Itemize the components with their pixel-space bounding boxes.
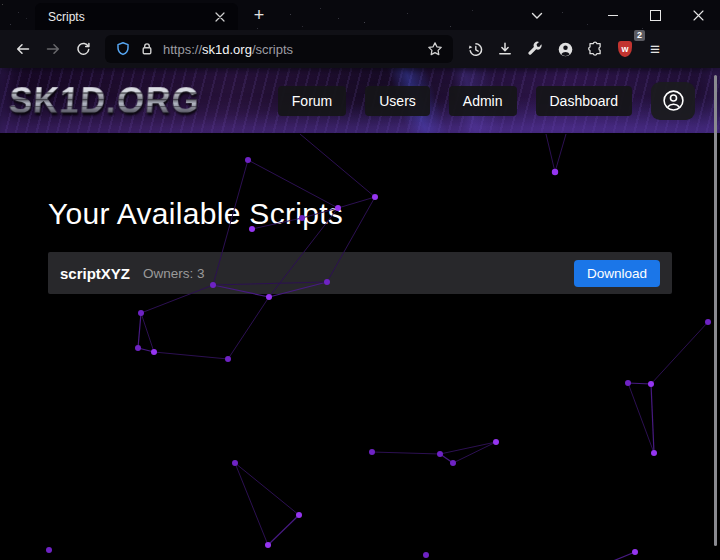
nav-users-button[interactable]: Users (365, 86, 430, 116)
hamburger-menu-icon: ≡ (650, 41, 660, 58)
browser-titlebar: Scripts + (0, 0, 720, 30)
site-nav: Forum Users Admin Dashboard (278, 82, 695, 120)
url-text[interactable]: https://sk1d.org/scripts (163, 42, 293, 57)
site-logo[interactable]: SK1D.ORG (8, 80, 202, 122)
page-scrollbar[interactable] (714, 75, 717, 546)
forward-button[interactable] (39, 35, 67, 63)
lock-icon[interactable] (139, 41, 155, 57)
window-controls (591, 0, 720, 30)
main-content: Your Available Scripts scriptXYZ Owners:… (0, 133, 720, 294)
script-owners-count: Owners: 3 (143, 266, 205, 281)
extension-shield-icon: w (618, 41, 632, 57)
back-icon (15, 41, 31, 57)
profile-person-icon (662, 89, 685, 112)
reload-button[interactable] (69, 35, 97, 63)
url-path: /scripts (252, 42, 293, 57)
bookmark-star-button[interactable] (427, 41, 443, 57)
url-host: sk1d.org (202, 42, 252, 57)
extensions-button[interactable] (581, 35, 609, 63)
tools-button[interactable] (521, 35, 549, 63)
tracking-protection-shield-icon[interactable] (115, 41, 131, 57)
downloads-button[interactable] (491, 35, 519, 63)
back-button[interactable] (9, 35, 37, 63)
url-scheme: https:// (163, 42, 202, 57)
account-button[interactable] (551, 35, 579, 63)
profile-button[interactable] (651, 82, 695, 120)
menu-button[interactable]: ≡ (641, 35, 669, 63)
browser-toolbar: https://sk1d.org/scripts w 2 ≡ (0, 30, 720, 68)
window-maximize-button[interactable] (634, 0, 677, 30)
nav-dashboard-button[interactable]: Dashboard (536, 86, 633, 116)
list-tabs-chevron-down-icon[interactable] (525, 5, 549, 26)
tab-title: Scripts (48, 10, 85, 24)
window-close-button[interactable] (677, 0, 720, 30)
star-icon (427, 41, 443, 57)
script-name: scriptXYZ (60, 265, 130, 282)
maximize-icon (650, 10, 661, 21)
nav-admin-button[interactable]: Admin (449, 86, 517, 116)
account-person-icon (557, 41, 574, 58)
script-list-item: scriptXYZ Owners: 3 Download (48, 252, 672, 294)
download-button[interactable]: Download (574, 260, 660, 287)
extension-badge-count: 2 (634, 30, 645, 41)
browser-tab-scripts[interactable]: Scripts (35, 3, 238, 30)
window-minimize-button[interactable] (591, 0, 634, 30)
new-tab-button[interactable]: + (246, 4, 272, 27)
page-title: Your Available Scripts (48, 197, 672, 231)
reload-icon (75, 41, 91, 57)
history-clock-icon (467, 41, 484, 58)
download-icon (497, 41, 513, 57)
puzzle-piece-icon (587, 41, 603, 57)
titlebar-star-texture (2, 4, 3, 5)
history-button[interactable] (461, 35, 489, 63)
close-icon (693, 10, 704, 21)
minimize-icon (608, 15, 618, 16)
wrench-icon (527, 41, 543, 57)
site-header: SK1D.ORG Forum Users Admin Dashboard (0, 68, 720, 133)
forward-icon (45, 41, 61, 57)
tab-close-icon[interactable] (211, 8, 229, 26)
nav-forum-button[interactable]: Forum (278, 86, 346, 116)
page-content: SK1D.ORG Forum Users Admin Dashboard You… (0, 68, 720, 560)
adblock-extension-button[interactable]: w 2 (611, 35, 639, 63)
url-bar[interactable]: https://sk1d.org/scripts (105, 35, 453, 63)
